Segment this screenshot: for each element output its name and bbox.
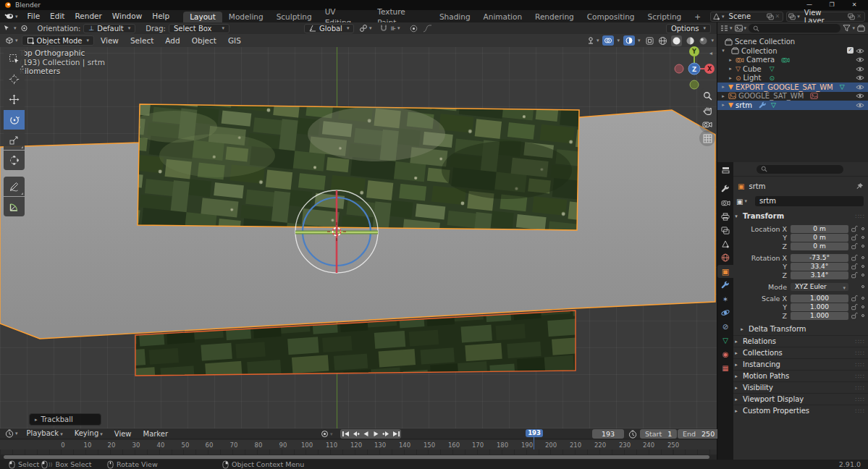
animate-dot[interactable] [861,314,864,317]
scene-canvas[interactable] [0,47,717,428]
satellite-strip-top[interactable] [130,104,579,230]
scene-selector[interactable]: ▾ Scene ✕ [710,12,783,22]
tool-move[interactable] [4,90,25,109]
location-z-field[interactable]: 0 m [791,242,848,250]
scale-y-field[interactable]: 1.000 [791,303,848,311]
location-y-field[interactable]: 0 m [791,234,848,242]
tool-options-icon[interactable] [20,24,29,33]
outliner-filter-icon[interactable]: ▾ [843,25,855,32]
tool-select-box[interactable] [4,49,25,69]
viewport-3d[interactable]: ▾ Object Mode▾ View Select Add Object GI… [0,34,717,428]
menu-help[interactable]: Help [147,10,174,22]
show-gizmos-toggle[interactable]: ▾ [586,36,599,45]
playhead[interactable]: 193 [526,429,543,437]
eye-icon[interactable] [856,93,864,99]
panel-viewport-display[interactable]: ▸Viewport Display∷∷ [733,394,868,404]
eye-icon[interactable] [856,56,864,63]
outliner-row-srtm[interactable]: ▸ ▼ srtm ▽ [717,101,868,110]
panel-instancing[interactable]: ▸Instancing∷∷ [733,360,868,369]
outliner-row-collection[interactable]: ▾ Collection ✓ [717,46,868,56]
menu-window[interactable]: Window [107,10,147,22]
auto-keying-button[interactable]: ▾ [321,430,333,438]
outliner-row-google-sat-wm[interactable]: ▸ GOOGLE_SAT_WM [717,91,868,101]
eye-icon[interactable] [856,66,864,72]
timeline-menu-view[interactable]: View [109,428,137,439]
drag-dropdown[interactable]: Select Box▾ [169,24,229,33]
viewport-menu-view[interactable]: View [96,34,124,47]
timeline-editor-icon[interactable]: ▾ [3,429,20,438]
scale-x-field[interactable]: 1.000 [791,295,848,303]
tool-scale[interactable] [4,130,25,150]
viewport-menu-object[interactable]: Object [187,34,222,47]
workspace-tab-rendering[interactable]: Rendering [528,12,581,22]
properties-search-input[interactable] [757,165,843,174]
new-view-layer-icon[interactable] [848,13,855,20]
lock-icon[interactable] [851,295,858,302]
viewport-menu-gis[interactable]: GIS [223,34,246,47]
transform-orientation-dropdown[interactable]: Global▾ [304,24,354,33]
animate-dot[interactable] [861,305,864,308]
tab-object-data[interactable]: ▽ [717,334,733,347]
jump-to-start-button[interactable] [340,429,350,439]
operator-redo-panel[interactable]: ▸ Trackball [29,413,101,426]
play-button[interactable] [371,429,381,439]
properties-editor-icon[interactable] [717,164,733,177]
collection-checkbox[interactable]: ✓ [847,47,854,54]
orientation-dropdown[interactable]: ⊥ Default▾ [83,24,135,33]
object-name-field[interactable]: srtm [755,196,864,206]
rotation-x-field[interactable]: -73.5° [791,254,848,262]
timeline-scrollbar[interactable] [0,455,717,460]
animate-dot[interactable] [861,236,864,239]
timeline-ruler[interactable]: 0 10 20 30 40 50 60 70 80 90 100 110 120… [0,440,717,449]
axis-x-negative[interactable] [675,64,683,73]
eye-icon[interactable] [856,75,864,81]
new-collection-icon[interactable] [857,25,865,32]
active-tool-icon[interactable]: ▾ [3,24,17,33]
workspace-tab-sculpting[interactable]: Sculpting [270,12,319,22]
location-x-field[interactable]: 0 m [791,225,848,233]
show-overlays-toggle[interactable] [602,35,614,46]
falloff-curve-icon[interactable] [423,25,432,33]
tool-transform[interactable] [4,151,25,170]
rotation-z-field[interactable]: 3.14° [791,271,848,279]
add-workspace-button[interactable]: + [688,12,707,22]
frame-start-field[interactable]: Start1 [640,429,677,439]
mode-dropdown[interactable]: Object Mode▾ [22,35,95,46]
animate-dot[interactable] [861,274,864,276]
snap-toggle-icon[interactable] [379,24,388,33]
lock-icon[interactable] [851,242,858,250]
panel-visibility[interactable]: ▸Visibility∷∷ [733,383,868,392]
shading-wireframe-button[interactable] [645,36,654,46]
jump-to-end-button[interactable] [391,429,401,439]
workspace-tab-layout[interactable]: Layout [183,12,222,22]
play-reverse-button[interactable] [361,429,371,439]
lock-icon[interactable] [851,234,858,241]
rotation-y-field[interactable]: 33.4° [791,263,848,271]
animate-dot[interactable] [861,245,864,248]
current-frame-field[interactable]: 193 [592,429,624,439]
rotation-mode-dropdown[interactable]: XYZ Euler▾ [791,283,848,291]
delta-transform-panel[interactable]: ▸Delta Transform [733,324,868,334]
menu-file[interactable]: File [22,10,46,22]
expand-icon[interactable]: ▾ [720,48,726,54]
outliner-display-mode-icon[interactable]: ▾ [735,25,747,32]
tab-render[interactable] [717,196,733,209]
animate-dot[interactable] [861,285,864,288]
snap-settings-icon[interactable]: ⊪▾ [391,25,400,32]
expand-icon[interactable]: ▸ [720,93,726,99]
eye-icon[interactable] [856,102,864,109]
timeline-menu-marker[interactable]: Marker [138,428,174,439]
outliner-editor-icon[interactable]: ▾ [720,25,733,32]
editor-type-icon[interactable]: ▾ [3,36,20,45]
lock-icon[interactable] [851,263,858,270]
lock-icon[interactable] [851,225,858,232]
timeline-menu-keying[interactable]: Keying▾ [69,428,108,440]
tab-world[interactable] [717,251,733,264]
tab-texture[interactable]: ▦ [717,361,733,374]
menu-edit[interactable]: Edit [45,10,69,22]
animate-dot[interactable] [861,227,864,230]
expand-icon[interactable]: ▸ [720,102,726,108]
tab-modifiers[interactable] [717,279,733,292]
workspace-tab-scripting[interactable]: Scripting [641,12,688,22]
frame-end-field[interactable]: End250 [678,429,720,439]
